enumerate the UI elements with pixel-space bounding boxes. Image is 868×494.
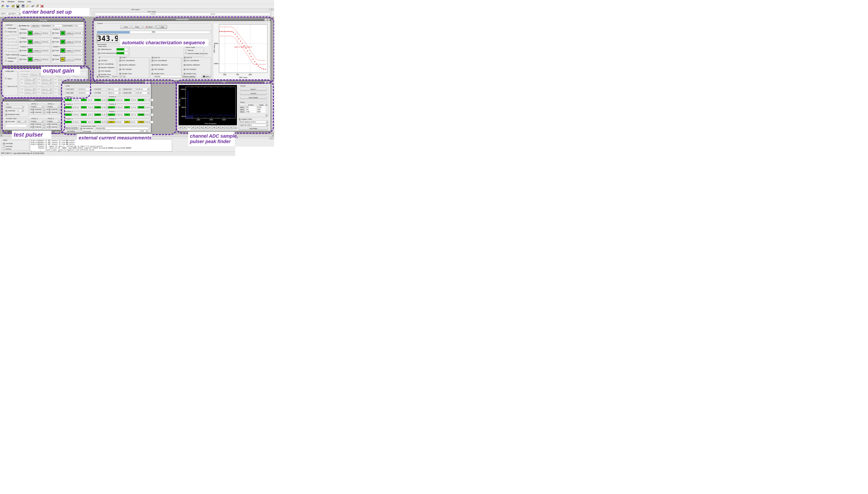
benchmark-item-checkbox[interactable]: ✕Sample Curve — [119, 73, 132, 75]
polarity-combo[interactable]: Positive — [31, 105, 44, 108]
apfel-button[interactable]: APFEL 8 — [65, 58, 74, 61]
power-checkbox[interactable]: ✕Power — [52, 58, 59, 60]
channel-tab-11[interactable]: 11 — [225, 126, 229, 129]
radio-use-poland[interactable]: Use POLAND — [5, 41, 18, 43]
benchmark-item-checkbox[interactable]: ✕DAC Autocalibrate — [152, 60, 167, 62]
testpulser-checkbox[interactable]: ✕TestPulser — [48, 111, 59, 114]
power-state-button[interactable]: NC — [60, 57, 65, 61]
radio-gain-16-32[interactable]: Gain 16 or 32 — [5, 85, 17, 87]
channel-gain-combo[interactable]: Gain 32 — [75, 78, 85, 81]
find-peaks-button[interactable]: Find Peaks — [239, 127, 268, 130]
benchmark-item-checkbox[interactable]: ✕Sample Curve — [183, 73, 196, 75]
benchmark-item-checkbox[interactable]: ✕DAC Autocalibrate — [98, 63, 114, 65]
benchmark-item-checkbox[interactable]: ✕DAC Autocalibrate — [183, 60, 199, 62]
channel-gain-combo[interactable]: Gain 32 — [25, 81, 35, 84]
power-state-button[interactable]: ON — [60, 40, 65, 44]
apfel-id-field[interactable]: 9876232 — [42, 41, 50, 43]
tolerance-spinner[interactable]: Tolerance: 10.0 % — [111, 75, 125, 78]
menu-file[interactable]: File — [0, 0, 6, 3]
testpulser-spinner[interactable]: 1 — [57, 108, 61, 111]
benchmark-item-checkbox[interactable]: ✕DAC Autocalibrate — [119, 60, 135, 62]
save-button[interactable]: ▪ Save — [120, 25, 131, 29]
carrier-board-field[interactable]: 4713 — [74, 24, 84, 27]
disconnect-icon[interactable] — [40, 4, 44, 8]
channel-tab-10[interactable]: 10 — [220, 126, 225, 129]
table-scroll-down-icon[interactable]: ▼ — [265, 114, 268, 116]
limit-spinner[interactable]: 150.0 nA — [107, 88, 121, 91]
apfel-button[interactable]: APFEL 6 — [65, 40, 74, 44]
power-checkbox[interactable]: ✕Power — [52, 32, 59, 34]
power-checkbox[interactable]: ✕Power — [52, 50, 59, 52]
benchmark-item-checkbox[interactable]: ✕All Gains — [98, 60, 107, 62]
channel-tab-00[interactable]: 00 — [179, 126, 183, 129]
peaks-row[interactable]: Max337555008 — [240, 111, 266, 113]
channel-gain-combo[interactable]: Gain 32 — [25, 88, 35, 91]
use-socket-checkbox[interactable]: Use Socket — [80, 130, 91, 132]
benchmark-item-checkbox[interactable]: ✕Sample Curve — [98, 74, 111, 76]
polarity-combo[interactable]: Positive — [31, 120, 44, 123]
maximize-icon[interactable]: ▢ — [267, 19, 270, 21]
radio-register[interactable]: Register — [5, 60, 14, 62]
radio-gain-1[interactable]: Gain 1 — [5, 77, 12, 80]
clear-ids-button[interactable]: Clear IDs — [31, 24, 40, 27]
pulser-titlebar[interactable]: Pulser — [3, 99, 62, 101]
channel-gain-combo[interactable]: Gain 32 — [41, 81, 52, 84]
save-icon[interactable] — [16, 4, 20, 8]
benchmark-item-checkbox[interactable]: ✕ADC Samples — [119, 69, 132, 71]
mdi-vscrollbar[interactable]: ▲ ▼ — [271, 81, 274, 134]
preset-field[interactable]: defaults — [154, 75, 182, 78]
power-checkbox[interactable]: ✕Power — [20, 50, 27, 52]
testpulser-spinner[interactable]: 1 — [57, 111, 61, 114]
testpulser-spinner[interactable]: 1 — [41, 111, 45, 114]
apfel-id-field[interactable]: 9876238 — [74, 58, 83, 61]
registers-icon[interactable] — [21, 4, 25, 8]
retry-button[interactable]: Retry — [132, 25, 142, 29]
characterization-titlebar[interactable]: Characterization — [94, 18, 271, 21]
run-timer-checkbox[interactable]: ✕Run timer — [5, 121, 15, 123]
limit-spinner[interactable]: 20.00 mA — [136, 88, 149, 91]
temperature-field[interactable]: 33 — [52, 24, 62, 27]
channel-tab-01[interactable]: 01 — [183, 126, 187, 129]
cancel-button[interactable]: ✘ Cancel — [143, 25, 155, 29]
unzoom-button[interactable]: Unzoom — [240, 92, 267, 95]
maximize-icon[interactable]: ▢ — [147, 81, 150, 84]
power-state-button[interactable]: ON — [60, 48, 65, 53]
apfel-id-field[interactable]: 9876233 — [42, 50, 50, 52]
zoom-y-button[interactable]: Zoom Y — [240, 88, 267, 91]
mode-verbose-checkbox[interactable]: Verbose — [3, 148, 12, 150]
socket-host-field[interactable]: eegpibenet02.gsi.de — [95, 130, 140, 132]
radio-panda-test[interactable]: PANDA Test — [5, 31, 16, 33]
radio-internal[interactable]: internal (multiple pulse scan) — [185, 52, 208, 54]
open-folder-icon[interactable] — [12, 4, 15, 8]
testpulser-checkbox[interactable]: ✕TestPulser — [32, 109, 42, 111]
group-checkbox[interactable]: ✕ — [119, 57, 121, 59]
channel-gain-combo[interactable]: Gain 32 — [41, 78, 52, 81]
channel-tab-09[interactable]: 09 — [216, 126, 220, 129]
scroll-up-icon[interactable]: ▲ — [272, 82, 274, 84]
peaks-row[interactable]: Max136015218 — [240, 106, 266, 109]
testpulser-spinner[interactable]: 1 — [41, 126, 45, 128]
table-scroll-up-icon[interactable]: ▲ — [265, 104, 268, 106]
testpulser-spinner[interactable]: 1 — [41, 123, 45, 126]
radio-no-stretcher[interactable]: NO Stretcher — [5, 50, 17, 53]
power-checkbox[interactable]: ✕Power — [20, 41, 27, 43]
channel-gain-combo[interactable]: Gain 32 — [25, 78, 35, 81]
periodic-pulse-field[interactable] — [5, 125, 27, 127]
minimize-icon[interactable]: – — [82, 66, 84, 69]
dock-float-icon[interactable]: ▪ — [269, 137, 271, 139]
sfp-chain-3-field[interactable]: 3: 0 — [212, 13, 271, 15]
scroll-right-icon[interactable]: ▶ — [272, 134, 274, 136]
broadcast-checkbox[interactable]: ✕Broadcast mode — [5, 114, 20, 116]
testpulser-checkbox[interactable]: ✕TestPulser — [32, 126, 42, 128]
maximize-icon[interactable]: ▢ — [57, 131, 59, 133]
channel-tab-05[interactable]: 05 — [199, 126, 204, 129]
channel-tab-12[interactable]: 12 — [229, 126, 233, 129]
power-state-button[interactable]: ON — [28, 31, 33, 35]
apply-button[interactable]: ✔ Apply — [156, 25, 167, 29]
eraser-icon[interactable] — [25, 4, 29, 8]
testpulser-checkbox[interactable]: ✕TestPulser — [48, 123, 59, 126]
limit-spinner[interactable]: 5.00 mA — [136, 92, 149, 94]
sfp-chain-1-field[interactable]: 1: 0 — [92, 13, 151, 15]
apfel-button[interactable]: APFEL 5 — [65, 31, 74, 35]
new-sample-button[interactable]: New Sample — [240, 96, 267, 99]
